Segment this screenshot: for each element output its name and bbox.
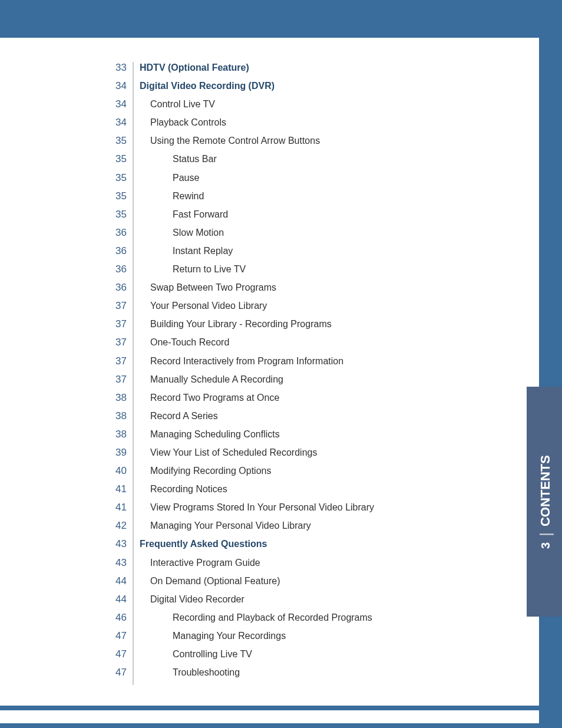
toc-separator-line: [133, 318, 134, 337]
toc-page-number: 37: [97, 355, 133, 367]
toc-page-number: 37: [97, 337, 133, 348]
toc-separator-line: [133, 648, 134, 667]
toc-row[interactable]: 43Interactive Program Guide: [97, 557, 510, 575]
toc-page-number: 47: [97, 648, 133, 660]
toc-row[interactable]: 47Controlling Live TV: [97, 648, 510, 667]
toc-row[interactable]: 44Digital Video Recorder: [97, 594, 510, 612]
toc-row[interactable]: 43Frequently Asked Questions: [97, 538, 510, 556]
bottom-bar-lower: [0, 723, 562, 728]
toc-entry-title: Swap Between Two Programs: [140, 282, 276, 293]
toc-separator-line: [133, 80, 134, 98]
toc-entry-title: Frequently Asked Questions: [140, 538, 267, 549]
toc-separator-line: [133, 630, 134, 648]
toc-row[interactable]: 36Swap Between Two Programs: [97, 282, 510, 300]
toc-row[interactable]: 36Slow Motion: [97, 227, 510, 245]
toc-separator-line: [133, 98, 134, 117]
toc-separator-line: [133, 282, 134, 300]
toc-separator-line: [133, 594, 134, 612]
toc-row[interactable]: 35Rewind: [97, 190, 510, 209]
toc-entry-title: Digital Video Recorder: [140, 594, 244, 605]
toc-row[interactable]: 44On Demand (Optional Feature): [97, 575, 510, 594]
toc-entry-title: Managing Your Recordings: [140, 630, 286, 641]
toc-separator-line: [133, 245, 134, 263]
toc-entry-title: Record Interactively from Program Inform…: [140, 355, 343, 367]
toc-row[interactable]: 42Managing Your Personal Video Library: [97, 520, 510, 538]
toc-row[interactable]: 39View Your List of Scheduled Recordings: [97, 447, 510, 465]
toc-row[interactable]: 34Playback Controls: [97, 117, 510, 135]
toc-separator-line: [133, 410, 134, 429]
toc-page-number: 47: [97, 630, 133, 642]
toc-row[interactable]: 47Managing Your Recordings: [97, 630, 510, 648]
toc-row[interactable]: 38Record Two Programs at Once: [97, 392, 510, 410]
toc-page-number: 43: [97, 538, 133, 550]
toc-separator-line: [133, 538, 134, 556]
toc-page-number: 44: [97, 594, 133, 605]
toc-entry-title: Playback Controls: [140, 117, 226, 128]
toc-row[interactable]: 36Return to Live TV: [97, 263, 510, 282]
toc-page-number: 43: [97, 557, 133, 569]
table-of-contents: 33HDTV (Optional Feature)34Digital Video…: [97, 62, 510, 685]
toc-separator-line: [133, 557, 134, 575]
toc-entry-title: Fast Forward: [140, 209, 228, 220]
toc-row[interactable]: 34Control Live TV: [97, 98, 510, 117]
toc-entry-title: Recording Notices: [140, 483, 227, 495]
toc-entry-title: Rewind: [140, 190, 204, 202]
toc-page-number: 38: [97, 410, 133, 422]
toc-entry-title: Building Your Library - Recording Progra…: [140, 318, 332, 330]
toc-row[interactable]: 47Troubleshooting: [97, 667, 510, 685]
toc-separator-line: [133, 62, 134, 80]
toc-entry-title: Return to Live TV: [140, 263, 246, 275]
toc-row[interactable]: 35Pause: [97, 172, 510, 190]
toc-entry-title: View Your List of Scheduled Recordings: [140, 447, 317, 458]
toc-separator-line: [133, 465, 134, 483]
toc-row[interactable]: 38Managing Scheduling Conflicts: [97, 429, 510, 447]
toc-separator-line: [133, 263, 134, 282]
toc-page-number: 33: [97, 62, 133, 74]
toc-page-number: 35: [97, 209, 133, 220]
toc-row[interactable]: 36Instant Replay: [97, 245, 510, 263]
toc-row[interactable]: 37Your Personal Video Library: [97, 300, 510, 318]
toc-entry-title: Status Bar: [140, 153, 217, 164]
toc-entry-title: On Demand (Optional Feature): [140, 575, 280, 587]
toc-page-number: 35: [97, 172, 133, 184]
toc-page-number: 40: [97, 465, 133, 477]
toc-row[interactable]: 37Record Interactively from Program Info…: [97, 355, 510, 374]
toc-page-number: 34: [97, 117, 133, 129]
right-rail: [539, 0, 562, 728]
toc-entry-title: Pause: [140, 172, 199, 183]
toc-page-number: 36: [97, 245, 133, 257]
toc-page-number: 35: [97, 190, 133, 202]
toc-entry-title: Slow Motion: [140, 227, 224, 238]
toc-entry-title: View Programs Stored In Your Personal Vi…: [140, 502, 374, 513]
toc-row[interactable]: 34Digital Video Recording (DVR): [97, 80, 510, 98]
toc-row[interactable]: 37One-Touch Record: [97, 337, 510, 355]
toc-separator-line: [133, 447, 134, 465]
toc-entry-title: Controlling Live TV: [140, 648, 252, 660]
toc-page-number: 37: [97, 318, 133, 330]
toc-row[interactable]: 35Status Bar: [97, 153, 510, 172]
toc-page-number: 47: [97, 667, 133, 678]
toc-row[interactable]: 35Fast Forward: [97, 209, 510, 227]
toc-page-number: 42: [97, 520, 133, 532]
toc-separator-line: [133, 190, 134, 209]
toc-separator-line: [133, 300, 134, 318]
toc-entry-title: Record Two Programs at Once: [140, 392, 279, 403]
toc-separator-line: [133, 483, 134, 502]
toc-row[interactable]: 41Recording Notices: [97, 483, 510, 502]
toc-row[interactable]: 41View Programs Stored In Your Personal …: [97, 502, 510, 520]
toc-row[interactable]: 38Record A Series: [97, 410, 510, 429]
toc-row[interactable]: 40Modifying Recording Options: [97, 465, 510, 483]
toc-row[interactable]: 46Recording and Playback of Recorded Pro…: [97, 612, 510, 630]
toc-row[interactable]: 37Manually Schedule A Recording: [97, 374, 510, 392]
toc-separator-line: [133, 172, 134, 190]
toc-row[interactable]: 33HDTV (Optional Feature): [97, 62, 510, 80]
toc-separator-line: [133, 135, 134, 153]
toc-entry-title: Interactive Program Guide: [140, 557, 260, 568]
toc-page-number: 37: [97, 300, 133, 312]
toc-row[interactable]: 37Building Your Library - Recording Prog…: [97, 318, 510, 337]
toc-separator-line: [133, 209, 134, 227]
toc-separator-line: [133, 392, 134, 410]
toc-entry-title: Recording and Playback of Recorded Progr…: [140, 612, 372, 623]
toc-row[interactable]: 35Using the Remote Control Arrow Buttons: [97, 135, 510, 153]
toc-separator-line: [133, 227, 134, 245]
